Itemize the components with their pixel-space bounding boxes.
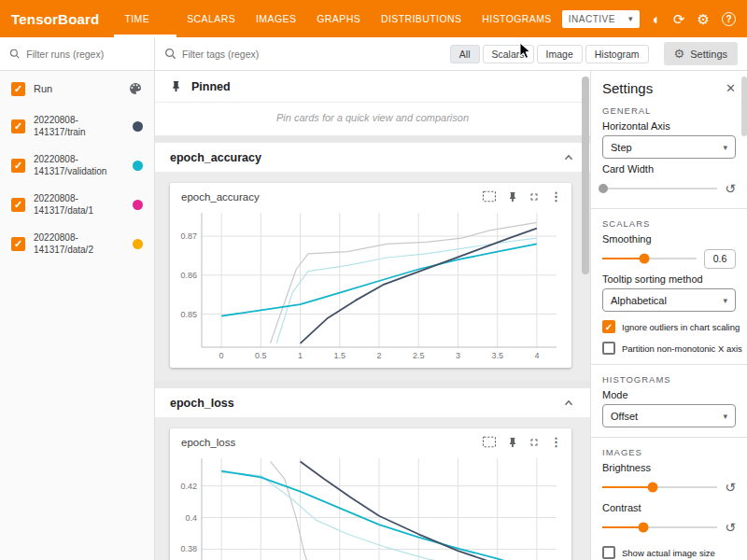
more-options-icon[interactable]: ⋮ — [550, 435, 562, 449]
run-checkbox[interactable]: ✓ — [11, 237, 25, 251]
tab-graphs[interactable]: GRAPHS — [306, 0, 371, 37]
tab-histograms[interactable]: HISTOGRAMS — [472, 0, 561, 37]
section-header-epoch-accuracy[interactable]: epoch_accuracy — [155, 143, 590, 173]
partition-x-axis-checkbox[interactable] — [602, 342, 615, 355]
run-checkbox[interactable]: ✓ — [11, 119, 25, 133]
section-header-epoch-loss[interactable]: epoch_loss — [155, 388, 590, 418]
slider-thumb[interactable] — [640, 254, 650, 264]
run-label: 20220808-141317/data/1 — [34, 192, 124, 217]
select-all-runs-checkbox[interactable]: ✓ — [11, 82, 25, 96]
chip-scalars[interactable]: Scalars — [483, 45, 534, 63]
filter-runs-input[interactable] — [26, 49, 145, 60]
pin-icon[interactable] — [507, 437, 518, 448]
pin-icon[interactable] — [507, 191, 518, 203]
histogram-mode-select[interactable]: Offset ▾ — [602, 404, 736, 427]
tooltip-sorting-value: Alphabetical — [611, 295, 667, 306]
fullscreen-icon[interactable] — [529, 437, 540, 448]
run-row-data-1[interactable]: ✓ 20220808-141317/data/1 — [0, 185, 154, 224]
refresh-icon[interactable]: ⟳ — [673, 12, 685, 26]
chevron-down-icon: ▾ — [723, 143, 727, 152]
run-checkbox[interactable]: ✓ — [11, 159, 25, 173]
epoch-loss-chart: 00.511.522.533.540.360.380.40.42 — [170, 451, 566, 560]
card-title: epoch_accuracy — [181, 191, 482, 203]
settings-button[interactable]: ⚙ Settings — [664, 42, 738, 65]
epoch-loss-region: epoch_loss ⋮ 00.511.522.533.540.360.380.… — [155, 418, 590, 560]
tag-type-chips: All Scalars Image Histogram — [450, 45, 649, 63]
lower-area: Pinned Pin cards for a quick view and co… — [155, 71, 747, 560]
fit-to-data-icon[interactable] — [482, 436, 497, 448]
reset-icon[interactable]: ↺ — [725, 521, 736, 534]
contrast-slider-row: ↺ — [602, 517, 736, 538]
smoothing-label: Smoothing — [602, 233, 736, 245]
more-options-icon[interactable]: ⋮ — [550, 189, 562, 203]
settings-panel-title: Settings — [602, 80, 653, 96]
contrast-icon[interactable]: ◐ — [653, 12, 661, 26]
tab-scalars[interactable]: SCALARS — [176, 0, 246, 37]
chip-histogram[interactable]: Histogram — [585, 45, 649, 63]
run-color-dot — [133, 200, 143, 210]
section-title: epoch_accuracy — [170, 151, 261, 164]
chevron-up-icon[interactable] — [562, 397, 575, 410]
palette-icon[interactable] — [128, 81, 143, 96]
divider — [591, 208, 747, 209]
svg-text:4: 4 — [534, 351, 539, 360]
pinned-title: Pinned — [191, 80, 231, 93]
card-actions: ⋮ — [482, 189, 562, 203]
smoothing-slider[interactable] — [602, 258, 697, 259]
svg-text:2: 2 — [376, 351, 381, 360]
tab-images[interactable]: IMAGES — [246, 0, 306, 37]
search-icon — [164, 48, 176, 60]
header-actions: ◐ ⟳ ⚙ ? — [653, 12, 736, 26]
reload-status-select[interactable]: INACTIVE ▾ — [562, 10, 640, 28]
app-header: TensorBoard TIME SERIES SCALARS IMAGES G… — [0, 0, 747, 37]
chip-image[interactable]: Image — [537, 45, 583, 63]
horizontal-axis-select[interactable]: Step ▾ — [602, 135, 736, 159]
run-row-data-2[interactable]: ✓ 20220808-141317/data/2 — [0, 224, 154, 263]
show-actual-size-checkbox[interactable] — [602, 546, 615, 559]
card-title: epoch_loss — [181, 437, 482, 448]
tab-distributions[interactable]: DISTRIBUTIONS — [371, 0, 472, 37]
show-actual-size-row: Show actual image size — [602, 546, 736, 559]
partition-x-axis-row: Partition non-monotonic X axis ? — [602, 342, 736, 355]
svg-text:0.42: 0.42 — [180, 482, 197, 491]
gear-icon: ⚙ — [674, 47, 685, 61]
svg-text:0.85: 0.85 — [180, 310, 197, 319]
run-row-train[interactable]: ✓ 20220808-141317/train — [0, 106, 154, 146]
tab-time-series[interactable]: TIME SERIES — [114, 0, 176, 37]
slider-thumb[interactable] — [648, 483, 658, 493]
divider — [591, 437, 747, 438]
scrollbar-thumb[interactable] — [582, 77, 589, 274]
run-label: 20220808-141317/data/2 — [34, 231, 124, 256]
reset-icon[interactable]: ↺ — [725, 481, 736, 494]
brightness-label: Brightness — [602, 462, 736, 473]
ignore-outliers-checkbox[interactable]: ✓ — [602, 320, 615, 333]
settings-panel: Settings ✕ GENERAL Horizontal Axis Step … — [590, 71, 747, 560]
help-icon[interactable]: ? — [722, 12, 736, 26]
ignore-outliers-label: Ignore outliers in chart scaling — [622, 322, 740, 332]
chip-all[interactable]: All — [450, 45, 480, 63]
svg-text:1: 1 — [298, 351, 303, 360]
filter-tags-input[interactable] — [182, 49, 444, 60]
slider-thumb[interactable] — [599, 184, 608, 193]
contrast-slider[interactable] — [602, 526, 717, 528]
card-width-slider[interactable] — [602, 188, 717, 189]
fullscreen-icon[interactable] — [529, 191, 540, 203]
fit-to-data-icon[interactable] — [482, 190, 497, 203]
reset-icon[interactable]: ↺ — [725, 182, 736, 195]
chevron-down-icon: ▾ — [628, 14, 633, 23]
chevron-up-icon[interactable] — [562, 151, 575, 164]
run-checkbox[interactable]: ✓ — [11, 198, 25, 212]
app-logo: TensorBoard — [11, 11, 99, 27]
panel-scrollbar-thumb[interactable] — [741, 77, 747, 136]
run-row-validation[interactable]: ✓ 20220808-141317/validation — [0, 146, 154, 185]
close-icon[interactable]: ✕ — [726, 81, 736, 95]
smoothing-value-input[interactable]: 0.6 — [704, 249, 736, 269]
gear-icon[interactable]: ⚙ — [698, 12, 710, 26]
settings-panel-header: Settings ✕ — [602, 80, 736, 96]
tooltip-sorting-select[interactable]: Alphabetical ▾ — [602, 288, 736, 312]
runs-sidebar: ✓ Run ✓ 20220808-141317/train ✓ 20220808… — [0, 37, 155, 560]
brightness-slider[interactable] — [602, 486, 717, 488]
run-color-dot — [133, 161, 143, 171]
slider-thumb[interactable] — [639, 523, 649, 533]
scalars-heading: SCALARS — [602, 218, 736, 229]
